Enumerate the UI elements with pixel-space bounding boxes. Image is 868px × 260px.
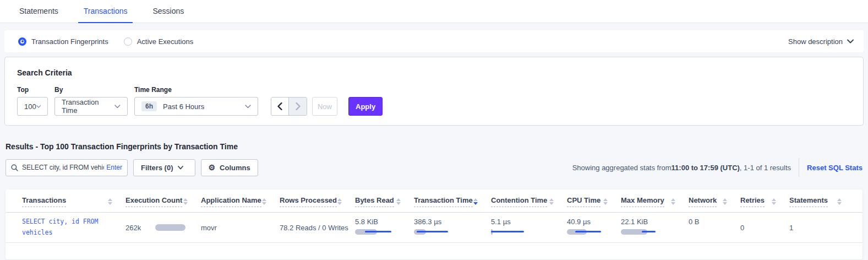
sort-icon[interactable] — [183, 198, 188, 205]
chevron-left-icon — [277, 102, 282, 110]
radio-selected-icon — [18, 37, 26, 46]
cpu-time-value: 40.9 µs — [567, 218, 615, 226]
by-select[interactable]: Transaction Time — [54, 97, 128, 116]
sort-icon-active-desc[interactable] — [473, 198, 478, 205]
prev-range-button[interactable] — [271, 98, 289, 115]
cell-contention-time: 5.1 µs — [491, 213, 567, 235]
column-header-label[interactable]: Transactions — [22, 196, 66, 207]
top-select[interactable]: 100 — [17, 97, 48, 116]
cell-statements: 1 — [789, 224, 855, 232]
column-header-label[interactable]: CPU Time — [567, 196, 600, 207]
search-input[interactable] — [22, 164, 104, 171]
time-range-field: Time Range 6h Past 6 Hours — [134, 86, 258, 116]
filters-button[interactable]: Filters (0) — [133, 159, 195, 176]
by-field: By Transaction Time — [54, 86, 128, 116]
time-range-badge: 6h — [141, 101, 157, 111]
column-header-application-name: Application Name — [201, 189, 280, 212]
sort-icon[interactable] — [671, 198, 675, 205]
transaction-time-bar — [414, 229, 452, 235]
chevron-down-icon — [178, 166, 183, 170]
filters-label: Filters (0) — [141, 164, 173, 172]
reset-sql-stats-link[interactable]: Reset SQL Stats — [807, 164, 862, 172]
column-header-network: Network — [689, 189, 740, 212]
column-header-contention-time: Contention Time — [491, 189, 567, 212]
sort-icon[interactable] — [549, 198, 554, 205]
column-header-label[interactable]: Retries — [740, 196, 765, 207]
bytes-read-value: 5.8 KiB — [355, 218, 408, 226]
top-field: Top 100 — [17, 86, 48, 116]
sort-icon[interactable] — [396, 198, 401, 205]
time-range-select[interactable]: 6h Past 6 Hours — [134, 97, 258, 116]
tab-transactions[interactable]: Transactions — [78, 7, 133, 23]
table-row: SELECT city, id FROM vehicles 262k movr … — [6, 213, 862, 243]
table-header-row: Transactions Execution Count Application… — [6, 189, 862, 213]
radio-transaction-fingerprints[interactable]: Transaction Fingerprints — [18, 37, 108, 46]
stats-range: 11:00 to 17:59 (UTC) — [672, 164, 740, 172]
column-header-statements: Statements — [789, 189, 855, 212]
sort-icon[interactable] — [837, 198, 842, 205]
time-range-nav — [271, 97, 307, 116]
search-enter-button[interactable]: Enter — [106, 164, 122, 171]
stats-suffix: , 1-1 of 1 results — [740, 164, 791, 172]
column-header-label[interactable]: Statements — [789, 196, 828, 207]
column-header-max-memory: Max Memory — [621, 189, 689, 212]
search-criteria-panel: Search Criteria Top 100 By Transaction T… — [4, 57, 864, 126]
max-memory-bar — [621, 229, 659, 235]
gear-icon: ⚙ — [209, 164, 216, 171]
cell-network: 0 B — [689, 213, 740, 226]
column-header-transactions: Transactions — [22, 189, 125, 212]
column-header-label[interactable]: Transaction Time — [414, 196, 473, 207]
sort-icon[interactable] — [723, 198, 727, 205]
search-icon — [11, 164, 18, 171]
top-select-value: 100 — [24, 102, 36, 111]
chevron-right-icon — [296, 102, 301, 110]
sort-icon[interactable] — [108, 198, 112, 205]
sort-icon[interactable] — [337, 198, 342, 205]
cell-retries: 0 — [740, 224, 789, 232]
cell-bytes-read: 5.8 KiB — [355, 213, 414, 235]
radio-unselected-icon — [124, 37, 132, 46]
cell-cpu-time: 40.9 µs — [567, 213, 621, 235]
columns-button[interactable]: ⚙ Columns — [201, 159, 258, 176]
column-header-label[interactable]: Network — [689, 196, 717, 207]
by-label: By — [54, 86, 128, 94]
time-range-label: Time Range — [134, 86, 258, 94]
show-description-toggle[interactable]: Show description — [788, 37, 854, 46]
view-toggle-bar: Transaction Fingerprints Active Executio… — [4, 30, 864, 52]
transaction-fingerprint-link[interactable]: SELECT city, id FROM vehicles — [22, 216, 110, 238]
bytes-read-bar — [355, 229, 394, 235]
now-button[interactable]: Now — [312, 97, 337, 116]
column-header-label[interactable]: Contention Time — [491, 196, 547, 207]
results-title: Results - Top 100 Transaction Fingerprin… — [6, 142, 862, 151]
page-tabs: Statements Transactions Sessions — [0, 0, 868, 23]
next-range-button[interactable] — [289, 98, 307, 115]
execution-count-value: 262k — [125, 224, 141, 232]
column-header-label[interactable]: Application Name — [201, 196, 261, 207]
divider — [799, 158, 799, 177]
contention-time-bar — [491, 229, 529, 235]
apply-button[interactable]: Apply — [348, 97, 383, 116]
max-memory-value: 22.1 KiB — [621, 218, 683, 226]
chevron-down-icon — [245, 105, 251, 109]
sort-icon[interactable] — [772, 198, 776, 205]
results-table: Transactions Execution Count Application… — [6, 189, 862, 259]
column-header-label[interactable]: Bytes Read — [355, 196, 394, 207]
chevron-down-icon — [114, 105, 121, 109]
column-header-label[interactable]: Rows Processed — [280, 196, 337, 207]
tab-sessions[interactable]: Sessions — [147, 7, 189, 23]
radio-label: Transaction Fingerprints — [31, 37, 108, 46]
stats-prefix: Showing aggregated stats from — [572, 164, 672, 172]
execution-count-bar — [155, 224, 185, 231]
column-header-rows-processed: Rows Processed — [280, 189, 355, 212]
by-select-value: Transaction Time — [62, 98, 114, 115]
sort-icon[interactable] — [262, 198, 266, 205]
contention-time-value: 5.1 µs — [491, 218, 561, 226]
column-header-label[interactable]: Execution Count — [125, 196, 182, 207]
top-label: Top — [17, 86, 48, 94]
column-header-label[interactable]: Max Memory — [621, 196, 664, 207]
time-range-value: Past 6 Hours — [163, 102, 204, 111]
search-criteria-title: Search Criteria — [17, 68, 851, 77]
tab-statements[interactable]: Statements — [14, 7, 64, 23]
sort-icon[interactable] — [603, 198, 608, 205]
radio-active-executions[interactable]: Active Executions — [124, 37, 194, 46]
